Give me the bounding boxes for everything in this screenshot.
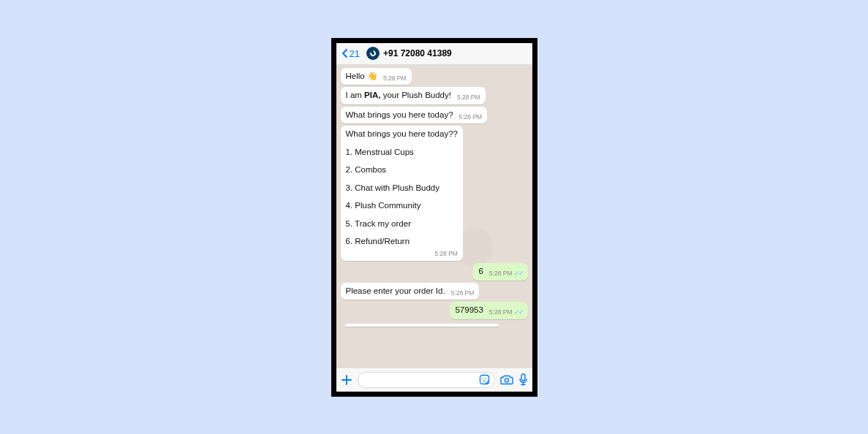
menu-option: 2. Combos xyxy=(346,164,458,176)
avatar-icon xyxy=(369,50,377,58)
message-row: I am PIA, your Plush Buddy! 5:28 PM xyxy=(341,87,528,104)
input-bar xyxy=(336,368,532,392)
menu-option: 3. Chat with Plush Buddy xyxy=(346,183,458,194)
back-button[interactable]: 21 xyxy=(341,48,360,59)
attach-button[interactable] xyxy=(341,374,352,386)
message-bubble-outgoing[interactable]: 6 5:28 PM✓✓ xyxy=(473,263,527,281)
message-time: 5:28 PM✓✓ xyxy=(489,308,523,316)
message-text: 6 xyxy=(478,267,483,275)
message-row: Please enter your order Id. 5:28 PM xyxy=(341,283,528,300)
message-bubble-incoming[interactable]: What brings you here today? 5:28 PM xyxy=(341,107,488,124)
message-text: Please enter your order Id. xyxy=(346,286,445,295)
avatar[interactable] xyxy=(366,47,380,60)
menu-option: 6. Refund/Return xyxy=(346,236,458,248)
message-text: What brings you here today? xyxy=(346,110,453,119)
message-input[interactable] xyxy=(358,372,495,388)
svg-point-3 xyxy=(505,378,508,382)
chat-header: 21 +91 72080 41389 xyxy=(336,43,532,65)
menu-title: What brings you here today?? xyxy=(346,129,458,140)
message-time: 5:28 PM✓✓ xyxy=(489,270,523,278)
chat-body[interactable]: Hello 👋 5:28 PM I am PIA, your Plush Bud… xyxy=(336,65,532,368)
message-bubble-incoming[interactable]: I am PIA, your Plush Buddy! 5:28 PM xyxy=(341,87,486,104)
svg-point-1 xyxy=(482,378,483,379)
phone-frame: 21 +91 72080 41389 Hello 👋 5:28 PM I am … xyxy=(331,38,537,397)
message-row: 6 5:28 PM✓✓ xyxy=(341,263,528,281)
message-bubble-outgoing[interactable]: 579953 5:28 PM✓✓ xyxy=(450,302,527,319)
message-bubble-incoming[interactable]: Please enter your order Id. 5:28 PM xyxy=(341,283,480,300)
sticker-icon xyxy=(479,374,490,385)
menu-option: 5. Track my order xyxy=(346,218,458,230)
wave-emoji: 👋 xyxy=(367,72,377,80)
mic-icon xyxy=(518,373,528,387)
message-bubble-incoming-peek xyxy=(345,324,499,327)
svg-rect-4 xyxy=(521,374,525,381)
svg-point-2 xyxy=(485,378,486,379)
menu-option: 1. Menstrual Cups xyxy=(346,147,458,159)
message-bubble-incoming[interactable]: What brings you here today?? 1. Menstrua… xyxy=(341,126,463,261)
camera-button[interactable] xyxy=(500,374,513,385)
phone-screen: 21 +91 72080 41389 Hello 👋 5:28 PM I am … xyxy=(336,43,532,392)
message-row: 579953 5:28 PM✓✓ xyxy=(341,302,528,319)
chevron-left-icon xyxy=(341,48,349,58)
read-ticks-icon: ✓✓ xyxy=(514,270,523,277)
read-ticks-icon: ✓✓ xyxy=(514,308,523,316)
message-time: 5:28 PM xyxy=(383,75,407,83)
message-text: 579953 xyxy=(455,305,483,314)
back-count: 21 xyxy=(350,48,360,59)
message-time: 5:28 PM xyxy=(346,250,458,258)
message-row: Hello 👋 5:28 PM xyxy=(341,68,528,85)
sticker-button[interactable] xyxy=(479,374,490,385)
message-text: Hello 👋 xyxy=(346,72,377,80)
message-row: What brings you here today?? 1. Menstrua… xyxy=(341,126,528,261)
message-row: What brings you here today? 5:28 PM xyxy=(341,107,528,124)
plus-icon xyxy=(341,374,352,386)
message-time: 5:28 PM xyxy=(459,113,483,121)
message-text: I am PIA, your Plush Buddy! xyxy=(346,91,451,99)
message-time: 5:28 PM xyxy=(457,94,480,102)
mic-button[interactable] xyxy=(518,373,528,387)
contact-name[interactable]: +91 72080 41389 xyxy=(383,48,452,58)
camera-icon xyxy=(500,374,513,385)
message-time: 5:28 PM xyxy=(451,289,475,297)
message-bubble-incoming[interactable]: Hello 👋 5:28 PM xyxy=(341,68,412,85)
menu-option: 4. Plush Community xyxy=(346,200,458,212)
